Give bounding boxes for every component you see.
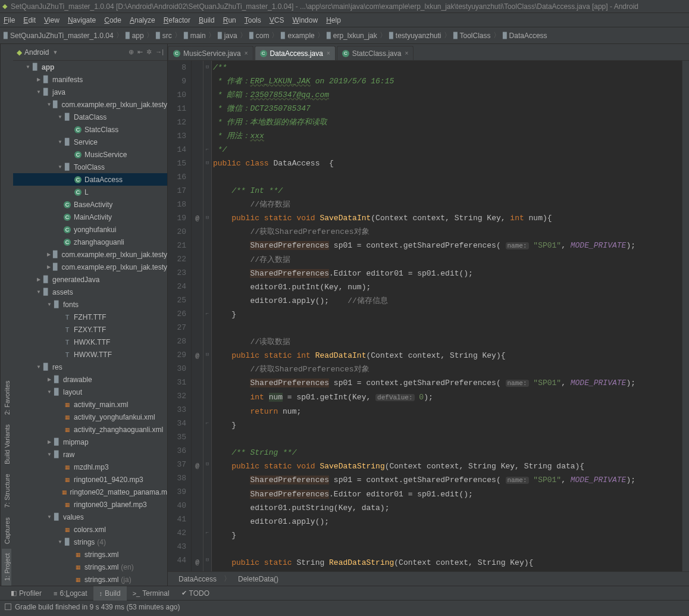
tree-item-drawable[interactable]: ▶▉drawable	[13, 373, 167, 386]
tree-item-activityyonghufankuixml[interactable]: ▦activity_yonghufankui.xml	[13, 411, 167, 423]
breadcrumb-item[interactable]: 〉▉erp_lxkun_jak	[315, 30, 377, 40]
tool-tab-buildvariants[interactable]: Build Variants	[2, 420, 12, 469]
tool-tab-favorites[interactable]: 2: Favorites	[2, 376, 12, 420]
project-dropdown[interactable]: ◆ Android ▼ ⊕ ⇤ ✲ →|	[13, 44, 167, 61]
tree-item-ringtone02matteopanamam[interactable]: ▦ringtone02_matteo_panama.m	[13, 486, 167, 498]
tree-item-values[interactable]: ▼▉values	[13, 511, 167, 523]
bottom-tab-build[interactable]: ↕Build	[93, 586, 127, 601]
tree-item-dataaccess[interactable]: CDataAccess	[13, 173, 167, 186]
tree-item-app[interactable]: ▼▉app	[13, 61, 167, 73]
status-message: Gradle build finished in 9 s 439 ms (53 …	[15, 603, 180, 611]
close-icon[interactable]: ×	[327, 50, 330, 57]
tree-item-fzhtttf[interactable]: TFZHT.TTF	[13, 311, 167, 323]
locate-icon[interactable]: ⊕	[129, 48, 134, 56]
tree-item-yonghufankui[interactable]: Cyonghufankui	[13, 223, 167, 236]
collapse-icon[interactable]: ⇤	[137, 48, 143, 56]
tree-item-res[interactable]: ▼▉res	[13, 361, 167, 373]
tree-item-raw[interactable]: ▼▉raw	[13, 448, 167, 461]
tree-item-generatedjava[interactable]: ▶▉generatedJava	[13, 273, 167, 286]
line-number-gutter[interactable]: 8910111213141516171819202122232425262728…	[168, 61, 192, 571]
tree-item-toolclass[interactable]: ▼▉ToolClass	[13, 161, 167, 173]
tool-tab-captures[interactable]: Captures	[2, 512, 12, 549]
breadcrumb-item[interactable]: 〉▉com	[237, 30, 270, 40]
tree-item-baseactivity[interactable]: CBaseActivity	[13, 198, 167, 211]
bottom-tab-terminal[interactable]: >_Terminal	[127, 586, 176, 601]
breadcrumb-item[interactable]: 〉▉java	[206, 30, 237, 40]
breadcrumb-item[interactable]: 〉▉DataAccess	[491, 30, 547, 40]
breadcrumb-item[interactable]: 〉▉ToolClass	[441, 30, 491, 40]
menu-item-build[interactable]: Build	[199, 16, 215, 24]
fold-gutter[interactable]: ⊟ ⌐⊟ ⊟ ⌐ ⊟ ⌐ ⊟ ⌐ ⊟	[203, 61, 212, 571]
tree-item-comexampleerplxkunjaktesty[interactable]: ▶▉com.example.erp_lxkun_jak.testy	[13, 248, 167, 261]
bottom-tab-todo[interactable]: ✔TODO	[176, 586, 215, 601]
bottom-tab-logcat[interactable]: ≡6: Logcat	[48, 586, 93, 601]
error-stripe[interactable]	[682, 61, 689, 571]
tree-item-stringsxml[interactable]: ▦strings.xml	[13, 548, 167, 561]
editor-crumb[interactable]: DataAccess	[178, 575, 217, 583]
project-tree[interactable]: ▼▉app▶▉manifests▼▉java▼▉com.example.erp_…	[13, 61, 167, 586]
tree-item-mainactivity[interactable]: CMainActivity	[13, 211, 167, 223]
hide-icon[interactable]: →|	[155, 48, 164, 56]
menu-item-edit[interactable]: Edit	[23, 16, 36, 24]
menu-item-vcs[interactable]: VCS	[270, 16, 284, 24]
breadcrumb-item[interactable]: 〉▉app	[114, 30, 144, 40]
tree-item-activityzhanghaoguanlixml[interactable]: ▦activity_zhanghaoguanli.xml	[13, 423, 167, 436]
tree-item-l[interactable]: CL	[13, 186, 167, 198]
tree-item-hwxkttf[interactable]: THWXK.TTF	[13, 336, 167, 348]
breadcrumb-item[interactable]: ▉SetQuanJuZhuTi_master_1.0.04	[4, 32, 114, 40]
tree-item-mzdhlmp3[interactable]: ▦mzdhl.mp3	[13, 461, 167, 473]
gutter-marks[interactable]: @ @ @ @	[192, 61, 203, 571]
menu-item-file[interactable]: File	[4, 16, 15, 24]
tool-tab-project[interactable]: 1: Project	[2, 549, 12, 586]
tree-item-assets[interactable]: ▼▉assets	[13, 286, 167, 298]
menu-item-refactor[interactable]: Refactor	[164, 16, 190, 24]
tree-item-ringtone03planefmp3[interactable]: ▦ringtone03_planef.mp3	[13, 498, 167, 511]
tree-item-musicservice[interactable]: CMusicService	[13, 148, 167, 161]
menu-item-navigate[interactable]: Navigate	[68, 16, 96, 24]
menu-item-tools[interactable]: Tools	[245, 16, 261, 24]
tree-item-layout[interactable]: ▼▉layout	[13, 386, 167, 398]
class-icon: C	[74, 151, 82, 158]
tree-item-manifests[interactable]: ▶▉manifests	[13, 73, 167, 86]
status-rect-icon[interactable]	[5, 604, 11, 610]
editor-tab-statcclass-java[interactable]: CStatcClass.java×	[337, 46, 414, 60]
menu-item-run[interactable]: Run	[223, 16, 236, 24]
editor-tab-musicservice-java[interactable]: CMusicService.java×	[168, 46, 253, 60]
editor-tab-dataaccess-java[interactable]: CDataAccess.java×	[255, 46, 336, 60]
tree-item-stringsxml[interactable]: ▦strings.xml(ja)	[13, 573, 167, 586]
editor-crumb[interactable]: DeleteData()	[238, 575, 278, 583]
breadcrumb-item[interactable]: 〉▉example	[269, 30, 314, 40]
tree-item-fzxyttf[interactable]: TFZXY.TTF	[13, 323, 167, 336]
tree-item-comexampleerplxkunjaktesty[interactable]: ▼▉com.example.erp_lxkun_jak.testy	[13, 98, 167, 111]
breadcrumb-item[interactable]: 〉▉main	[172, 30, 206, 40]
tree-item-activitymainxml[interactable]: ▦activity_main.xml	[13, 398, 167, 411]
close-icon[interactable]: ×	[245, 50, 248, 57]
tree-item-mipmap[interactable]: ▶▉mipmap	[13, 436, 167, 448]
menu-item-window[interactable]: Window	[292, 16, 318, 24]
bottom-tab-profiler[interactable]: ◧Profiler	[5, 586, 48, 601]
tree-item-dataclass[interactable]: ▼▉DataClass	[13, 111, 167, 123]
tree-item-statcclass[interactable]: CStatcClass	[13, 123, 167, 136]
tree-item-stringsxml[interactable]: ▦strings.xml(en)	[13, 561, 167, 573]
tree-item-hwxwttf[interactable]: THWXW.TTF	[13, 348, 167, 361]
tree-item-zhanghaoguanli[interactable]: Czhanghaoguanli	[13, 236, 167, 248]
close-icon[interactable]: ×	[405, 50, 408, 57]
tree-item-comexampleerplxkunjaktesty[interactable]: ▶▉com.example.erp_lxkun_jak.testy	[13, 261, 167, 273]
menu-item-analyze[interactable]: Analyze	[130, 16, 155, 24]
folder-icon: ▉	[52, 388, 61, 396]
gear-icon[interactable]: ✲	[146, 48, 152, 56]
editor-breadcrumb[interactable]: DataAccess〉DeleteData()	[168, 571, 689, 586]
tree-item-ringtone019420mp3[interactable]: ▦ringtone01_9420.mp3	[13, 473, 167, 486]
tree-item-strings[interactable]: ▼▉strings(4)	[13, 536, 167, 548]
menu-item-view[interactable]: View	[44, 16, 59, 24]
tree-item-service[interactable]: ▼▉Service	[13, 136, 167, 148]
breadcrumb-item[interactable]: 〉▉testyuyanzhuti	[377, 30, 441, 40]
code-editor[interactable]: /** * 作者：ERP_LXKUN_JAK on 2019/5/6 16:15…	[212, 61, 682, 571]
menu-item-help[interactable]: Help	[326, 16, 341, 24]
tree-item-colorsxml[interactable]: ▦colors.xml	[13, 523, 167, 536]
breadcrumb-item[interactable]: 〉▉src	[144, 30, 172, 40]
tree-item-java[interactable]: ▼▉java	[13, 86, 167, 98]
menu-item-code[interactable]: Code	[104, 16, 121, 24]
tool-tab-structure[interactable]: 7: Structure	[2, 469, 12, 512]
tree-item-fonts[interactable]: ▼▉fonts	[13, 298, 167, 311]
